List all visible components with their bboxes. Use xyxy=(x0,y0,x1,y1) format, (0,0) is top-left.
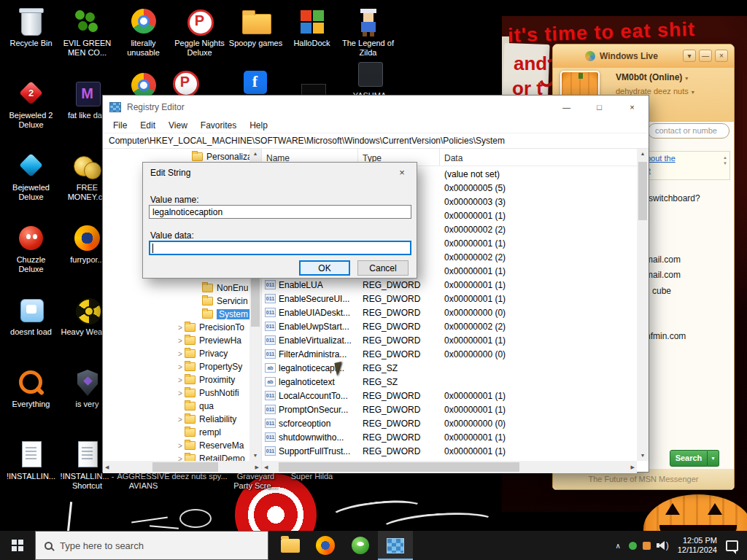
tree-item-pushnotifi[interactable]: >PushNotifi xyxy=(103,386,249,400)
taskbar-search[interactable] xyxy=(35,531,268,560)
desktop-icon-spoopy-games[interactable]: Spoopy games xyxy=(228,6,284,48)
registry-taskbar-button[interactable] xyxy=(378,531,413,560)
desktop-icon-hallodock[interactable]: HalloDock xyxy=(284,6,340,48)
desktop-icon-chuzzle-deluxe[interactable]: Chuzzle Deluxe xyxy=(3,222,59,274)
messenger-titlebar[interactable]: Windows Live ▾ — × xyxy=(553,44,734,68)
messenger-taskbar-button[interactable] xyxy=(343,531,378,560)
expand-icon[interactable]: > xyxy=(176,350,185,358)
desktop-icon-literally-unusable[interactable]: literally unusable xyxy=(115,6,171,58)
action-center-icon[interactable] xyxy=(726,540,738,551)
scroll-up-icon[interactable]: ▲ xyxy=(253,149,258,159)
volume-icon[interactable]: ) xyxy=(657,540,669,551)
taskbar-clock[interactable]: 12:05 PM 12/11/2024 xyxy=(675,536,720,555)
registry-row-enablelua[interactable]: EnableLUAREG_DWORD0x00000001 (1) xyxy=(262,278,637,292)
list-vertical-scrollbar[interactable]: ▲ ▼ xyxy=(637,149,649,461)
desktop-icon-peggle-nights-deluxe[interactable]: Peggle Nights Deluxe xyxy=(171,6,228,58)
start-button[interactable] xyxy=(0,531,35,560)
folder-taskbar-button[interactable] xyxy=(273,531,308,560)
close-button[interactable]: × xyxy=(616,96,649,118)
expand-icon[interactable]: > xyxy=(176,376,185,384)
minimize-button[interactable]: — xyxy=(550,96,583,118)
registry-row-filteradministra[interactable]: FilterAdministra...REG_DWORD0x00000000 (… xyxy=(262,347,637,361)
tree-item-nonenu[interactable]: NonEnu xyxy=(103,281,249,295)
menu-favorites[interactable]: Favorites xyxy=(194,120,243,131)
scroll-up-icon[interactable]: ▲ xyxy=(723,155,727,160)
scroll-down-icon[interactable]: ▼ xyxy=(253,451,258,461)
desktop-icon-the-legend-of-zilda[interactable]: The Legend of Zilda xyxy=(340,6,396,58)
registry-row-supportfulltrust[interactable]: SupportFullTrust...REG_DWORD0x00000001 (… xyxy=(262,444,637,458)
dialog-close-button[interactable]: × xyxy=(395,167,409,178)
menu-help[interactable]: Help xyxy=(243,120,274,131)
firefox-taskbar-button[interactable] xyxy=(308,531,343,560)
desktop-icon-bejeweled-2-deluxe[interactable]: Bejeweled 2 Deluxe xyxy=(3,78,59,130)
tree-item-propertysy[interactable]: >PropertySy xyxy=(103,360,249,373)
menu-edit[interactable]: Edit xyxy=(133,120,162,131)
expand-icon[interactable]: > xyxy=(176,442,185,450)
ok-button[interactable]: OK xyxy=(299,260,350,276)
chevron-down-icon[interactable]: ▾ xyxy=(708,450,719,467)
tree-horizontal-scrollbar[interactable]: ◀ ▶ xyxy=(103,461,261,473)
contact-search-field[interactable]: contact or numbe xyxy=(648,123,729,139)
registry-row-enablesecureui[interactable]: EnableSecureUI...REG_DWORD0x00000001 (1) xyxy=(262,292,637,306)
menu-view[interactable]: View xyxy=(162,120,194,131)
tree-item-proximity[interactable]: >Proximity xyxy=(103,373,249,386)
scrollbar-thumb[interactable] xyxy=(279,462,519,472)
registry-row-legalnoticecapt[interactable]: legalnoticecapt...REG_SZ xyxy=(262,361,637,375)
registry-row-promptonsecur[interactable]: PromptOnSecur...REG_DWORD0x00000001 (1) xyxy=(262,402,637,416)
scrollbar-thumb[interactable] xyxy=(638,162,647,220)
tree-item-servicin[interactable]: Servicin xyxy=(103,295,249,308)
ad-link[interactable]: e xyxy=(646,166,729,175)
messenger-menu-button[interactable]: ▾ xyxy=(683,50,696,62)
messenger-search-button[interactable]: Search ▾ xyxy=(670,450,719,467)
expand-icon[interactable]: > xyxy=(176,324,185,332)
tree-item-system[interactable]: System xyxy=(103,308,249,321)
tray-orange-icon[interactable] xyxy=(643,542,651,550)
registry-row-scforceoption[interactable]: scforceoptionREG_DWORD0x00000000 (0) xyxy=(262,416,637,430)
maximize-button[interactable]: □ xyxy=(583,96,616,118)
ad-link[interactable]: bout the xyxy=(646,154,729,163)
tree-item-privacy[interactable]: >Privacy xyxy=(103,347,249,360)
expand-icon[interactable]: > xyxy=(176,389,185,397)
messenger-minimize-button[interactable]: — xyxy=(699,50,712,62)
expand-icon[interactable]: > xyxy=(176,416,185,424)
desktop-icon-bejeweled-deluxe[interactable]: Bejeweled Deluxe xyxy=(3,150,59,202)
expand-icon[interactable]: > xyxy=(176,363,185,371)
scroll-right-icon[interactable]: ▶ xyxy=(631,462,635,472)
scroll-down-icon[interactable]: ▼ xyxy=(723,160,727,166)
tree-item-precisionto[interactable]: >PrecisionTo xyxy=(103,321,249,334)
dialog-titlebar[interactable]: Edit String xyxy=(143,163,417,183)
registry-row-enablevirtualizat[interactable]: EnableVirtualizat...REG_DWORD0x00000001 … xyxy=(262,333,637,347)
tree-item-reliability[interactable]: >Reliability xyxy=(103,413,249,426)
registry-row-enableuwpstart[interactable]: EnableUwpStart...REG_DWORD0x00000002 (2) xyxy=(262,319,637,333)
desktop-icon-evil-green-men-co[interactable]: EVIL GREEN MEN CO... xyxy=(59,6,115,58)
tree-item-reservema[interactable]: >ReserveMa xyxy=(103,439,249,452)
value-name-input[interactable] xyxy=(149,205,411,219)
column-header-data[interactable]: Data xyxy=(440,149,649,166)
menu-file[interactable]: File xyxy=(107,120,133,131)
tree-item-qua[interactable]: qua xyxy=(103,400,249,413)
cancel-button[interactable]: Cancel xyxy=(357,260,409,276)
value-data-input[interactable] xyxy=(149,241,411,255)
scrollbar-thumb[interactable] xyxy=(152,462,218,472)
scroll-up-icon[interactable]: ▲ xyxy=(640,149,646,159)
scroll-right-icon[interactable]: ▶ xyxy=(255,462,259,472)
registry-row-legalnoticetext[interactable]: legalnoticetextREG_SZ xyxy=(262,375,637,389)
tray-green-icon[interactable] xyxy=(629,542,637,550)
tree-item-rempl[interactable]: rempl xyxy=(103,426,249,439)
desktop-icon-installin[interactable]: !INSTALLIN... xyxy=(3,439,59,481)
tree-item-previewha[interactable]: >PreviewHa xyxy=(103,334,249,347)
desktop-icon-recycle-bin[interactable]: Recycle Bin xyxy=(3,6,59,48)
desktop-icon-everything[interactable]: Everything xyxy=(3,367,59,409)
search-input[interactable] xyxy=(60,540,242,551)
registry-titlebar[interactable]: Registry Editor — □ × xyxy=(103,96,649,118)
scroll-down-icon[interactable]: ▼ xyxy=(640,451,646,461)
address-bar[interactable]: Computer\HKEY_LOCAL_MACHINE\SOFTWARE\Mic… xyxy=(103,133,649,149)
expand-icon[interactable]: > xyxy=(176,337,185,345)
registry-row-shutdownwitho[interactable]: shutdownwitho...REG_DWORD0x00000001 (1) xyxy=(262,430,637,444)
registry-row-enableuiadeskt[interactable]: EnableUIADeskt...REG_DWORD0x00000000 (0) xyxy=(262,306,637,319)
tray-chevron-icon[interactable]: ∧ xyxy=(613,542,622,550)
registry-row-localaccountto[interactable]: LocalAccountTo...REG_DWORD0x00000001 (1) xyxy=(262,389,637,402)
list-horizontal-scrollbar[interactable]: ◀ ▶ xyxy=(262,461,637,473)
desktop-icon-doesnt-load[interactable]: doesnt load xyxy=(3,295,59,337)
user-name[interactable]: VM0b0t (Online)▾ xyxy=(616,72,688,82)
